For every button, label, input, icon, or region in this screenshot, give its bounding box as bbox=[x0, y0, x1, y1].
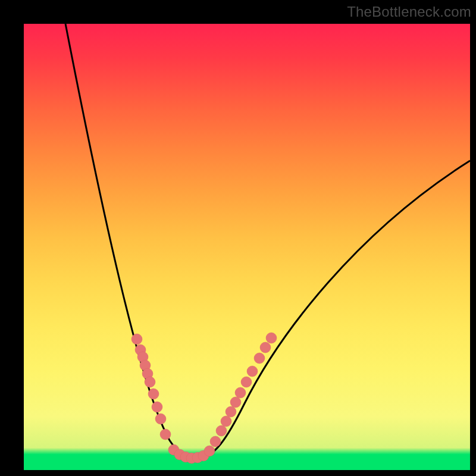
curve-dot bbox=[266, 333, 277, 343]
curve-dot bbox=[145, 377, 155, 387]
curve-dot bbox=[226, 406, 236, 417]
chart-svg bbox=[24, 24, 470, 470]
curve-dot bbox=[260, 342, 271, 353]
curve-dot bbox=[155, 414, 166, 424]
curve-dot bbox=[247, 366, 258, 377]
curve-dot bbox=[152, 402, 162, 412]
plot-area bbox=[24, 24, 470, 470]
curve-dot bbox=[204, 446, 215, 456]
curve-dot bbox=[221, 416, 231, 427]
curve-dot bbox=[160, 429, 171, 440]
curve-dot bbox=[235, 387, 246, 398]
curve-dot bbox=[254, 353, 265, 364]
curve-dot bbox=[131, 334, 142, 345]
watermark-text: TheBottleneck.com bbox=[347, 4, 471, 20]
bottleneck-curve bbox=[65, 24, 470, 457]
curve-dot bbox=[216, 425, 227, 436]
curve-dot bbox=[241, 377, 252, 387]
curve-dot bbox=[148, 389, 159, 399]
chart-frame: TheBottleneck.com bbox=[0, 0, 476, 476]
curve-dot bbox=[210, 436, 221, 447]
curve-dot bbox=[230, 397, 241, 408]
